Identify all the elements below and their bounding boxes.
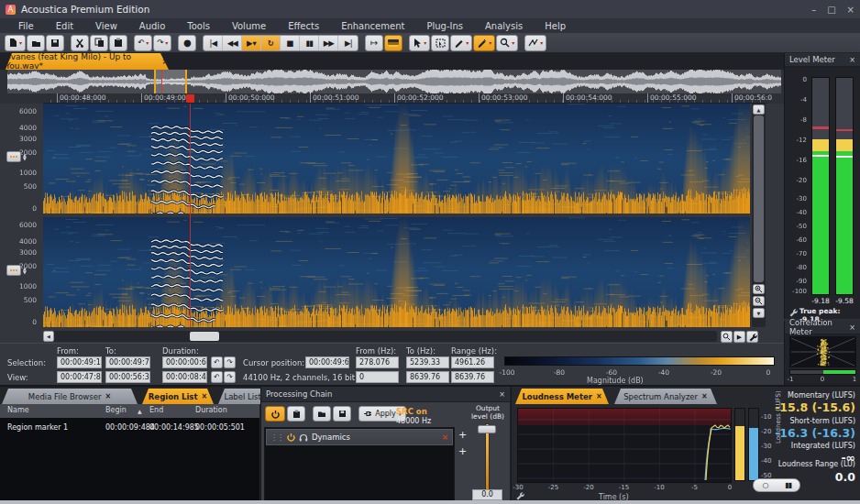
- processing-chain-close-icon[interactable]: ×: [499, 390, 505, 399]
- selection-to-field[interactable]: 00:00:49:763: [105, 356, 150, 368]
- menu-enhancement[interactable]: Enhancement: [330, 21, 415, 31]
- tab-close-icon[interactable]: ×: [701, 392, 708, 400]
- selection-from-hz-field[interactable]: 278.076: [356, 356, 399, 368]
- spectrogram-channel2[interactable]: [43, 217, 750, 327]
- column-header-end[interactable]: End: [149, 406, 163, 414]
- waveform-overview[interactable]: [7, 70, 781, 93]
- menu-audio[interactable]: Audio: [128, 21, 176, 31]
- output-level-slider[interactable]: [485, 423, 490, 491]
- selection-undo-button[interactable]: ↶: [211, 356, 223, 368]
- open-file-button[interactable]: [27, 35, 45, 51]
- close-button[interactable]: ×: [847, 5, 854, 15]
- maximize-button[interactable]: □: [827, 5, 835, 15]
- tab-media-file-browser[interactable]: Media File Browser×: [2, 389, 138, 404]
- go-to-start-button[interactable]: |◀: [204, 36, 223, 50]
- sort-ascending-icon[interactable]: ▲: [138, 408, 142, 414]
- menu-effects[interactable]: Effects: [277, 21, 330, 31]
- menu-edit[interactable]: Edit: [45, 21, 84, 31]
- tab-close-icon[interactable]: ×: [105, 392, 111, 400]
- tab-loudness-meter[interactable]: Loudness Meter×: [515, 389, 609, 404]
- copy-button[interactable]: [90, 35, 108, 51]
- chain-open-button[interactable]: [313, 406, 331, 422]
- zoom-tool-button[interactable]: ▾: [496, 35, 518, 51]
- zoom-out-vertical-button[interactable]: [753, 296, 765, 306]
- save-button[interactable]: [46, 35, 64, 51]
- paste-button[interactable]: [109, 35, 127, 51]
- loudness-reset-button[interactable]: ○: [754, 479, 777, 491]
- effect-power-icon[interactable]: [287, 433, 295, 442]
- redo-button[interactable]: ↷▾: [153, 35, 171, 51]
- draw-tool-button[interactable]: ▾: [450, 35, 472, 51]
- horizontal-scrollbar[interactable]: ◀: [43, 331, 717, 342]
- chain-item-dynamics[interactable]: ⋮⋮ Dynamics ×: [266, 429, 453, 445]
- column-header-name[interactable]: Name: [7, 406, 29, 414]
- stop-button[interactable]: ■: [281, 36, 300, 50]
- scroll-left-button[interactable]: ◀: [43, 331, 54, 342]
- tab-close-icon[interactable]: ×: [201, 392, 207, 400]
- view-duration-field[interactable]: 00:00:08:485: [162, 371, 207, 383]
- minimize-button[interactable]: –: [811, 5, 816, 15]
- output-level-value[interactable]: 0.0: [472, 489, 502, 500]
- remove-effect-icon[interactable]: ×: [441, 433, 448, 442]
- scroll-down-button[interactable]: ▼: [753, 308, 765, 318]
- new-file-button[interactable]: ▾: [5, 35, 26, 51]
- view-to-hz-field[interactable]: 8639.76: [406, 371, 449, 383]
- view-from-field[interactable]: 00:00:47:868: [57, 371, 102, 383]
- column-header-begin[interactable]: Begin: [105, 406, 127, 414]
- rewind-button[interactable]: ◀◀: [223, 36, 242, 50]
- vertical-scroll-thumb[interactable]: [754, 115, 764, 282]
- view-undo-button[interactable]: ↶: [211, 371, 223, 383]
- selection-to-hz-field[interactable]: 5239.33: [406, 356, 449, 368]
- add-effect-button-2[interactable]: +: [457, 445, 469, 457]
- region-list-body[interactable]: Region marker 100:00:09:48400:00:14:9850…: [0, 418, 259, 504]
- correlation-meter-close-icon[interactable]: ×: [849, 323, 855, 332]
- cursor-position-field[interactable]: 00:00:49:626: [305, 356, 349, 368]
- monitor-headphones-icon[interactable]: [299, 433, 308, 442]
- overview-view-window[interactable]: [154, 70, 187, 93]
- view-from-hz-field[interactable]: 0: [356, 371, 399, 383]
- tab-region-list[interactable]: Region List×: [142, 389, 214, 404]
- document-tab[interactable]: Svanes (feat King Milo) - Up to You.wav*…: [6, 53, 169, 70]
- select-tool-button[interactable]: ▾: [409, 35, 430, 51]
- document-tab-close-icon[interactable]: ×: [161, 57, 169, 66]
- view-range-hz-field[interactable]: 8639.76: [451, 371, 494, 383]
- selection-redo-button[interactable]: ↷: [224, 356, 236, 368]
- region-row-cell[interactable]: 00:00:09:484: [105, 423, 155, 432]
- spectral-display-button[interactable]: [384, 35, 402, 51]
- selection-from-field[interactable]: 00:00:49:136: [57, 356, 102, 368]
- loudness-settings-icon[interactable]: [515, 491, 524, 500]
- record-button[interactable]: ●: [178, 35, 196, 51]
- zoom-in-vertical-button[interactable]: [753, 284, 765, 294]
- selection-range-hz-field[interactable]: 4961.26: [451, 356, 494, 368]
- drag-handle-icon[interactable]: ⋮⋮: [270, 433, 283, 442]
- menu-file[interactable]: File: [7, 21, 45, 31]
- view-to-field[interactable]: 00:00:56:354: [105, 371, 150, 383]
- vertical-scrollbar[interactable]: ▲ ▼: [752, 104, 766, 327]
- zoom-selection-button[interactable]: [721, 331, 733, 343]
- chain-save-button[interactable]: [333, 406, 351, 422]
- selection-duration-field[interactable]: 00:00:00:627: [162, 356, 207, 368]
- level-meter-settings-icon[interactable]: [788, 308, 798, 317]
- menu-volume[interactable]: Volume: [221, 21, 277, 31]
- time-ruler[interactable]: 00:00:48:00000:00:49:00000:00:50:00000:0…: [43, 93, 767, 104]
- undo-button[interactable]: ↶▾: [134, 35, 152, 51]
- horizontal-scroll-thumb[interactable]: [190, 332, 219, 341]
- menu-plugins[interactable]: Plug-Ins: [415, 21, 474, 31]
- add-effect-button[interactable]: +: [457, 429, 469, 441]
- region-row-cell[interactable]: Region marker 1: [7, 423, 68, 432]
- column-header-duration[interactable]: Duration: [195, 406, 227, 414]
- tab-close-icon[interactable]: ×: [596, 392, 602, 400]
- pause-button[interactable]: ▮▮: [300, 36, 319, 50]
- level-meter-close-icon[interactable]: ×: [849, 56, 855, 64]
- region-row-cell[interactable]: 00:00:14:985: [149, 423, 199, 432]
- view-settings-button[interactable]: [746, 331, 758, 343]
- spectrogram-channel1[interactable]: [43, 104, 750, 214]
- chain-power-button[interactable]: [265, 406, 285, 422]
- scroll-up-button[interactable]: ▲: [753, 104, 765, 115]
- fast-forward-button[interactable]: ▶▶: [319, 36, 338, 50]
- menu-tools[interactable]: Tools: [176, 21, 221, 31]
- channel2-zoom-control[interactable]: ▲▼: [6, 265, 27, 276]
- go-to-end-button[interactable]: ▶|: [338, 36, 358, 50]
- view-redo-button[interactable]: ↷: [224, 371, 236, 383]
- output-level-slider-handle[interactable]: [478, 425, 496, 433]
